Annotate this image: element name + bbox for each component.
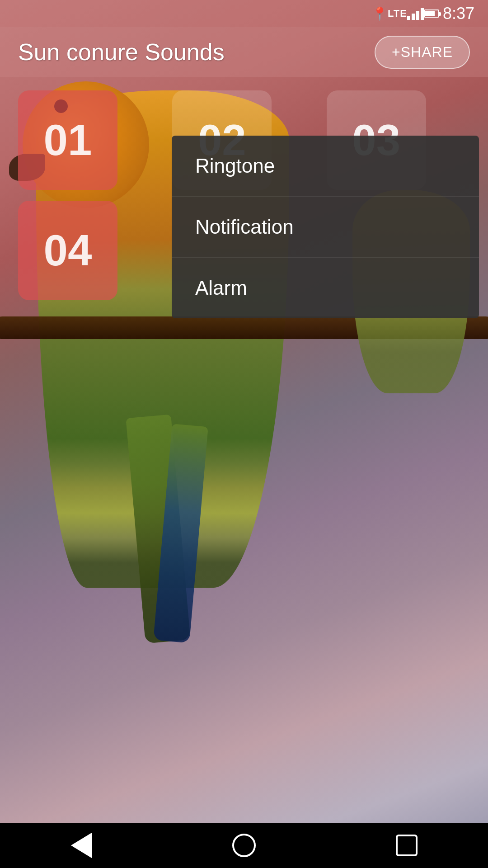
share-button[interactable]: +SHARE	[375, 36, 470, 69]
recents-icon	[396, 835, 418, 856]
signal-strength-icon	[407, 7, 424, 20]
status-bar: 📍 LTE 8:37	[0, 0, 488, 27]
recents-button[interactable]	[380, 827, 434, 863]
dropdown-item-ringtone[interactable]: Ringtone	[172, 136, 479, 197]
dropdown-item-alarm[interactable]: Alarm	[172, 258, 479, 318]
dropdown-menu: Ringtone Notification Alarm	[172, 136, 479, 318]
lte-badge: LTE	[388, 8, 407, 19]
nav-bar	[0, 823, 488, 868]
sound-button-04[interactable]: 04	[18, 201, 117, 300]
sound-number-01: 01	[44, 115, 92, 165]
top-bar: Sun conure Sounds +SHARE	[0, 27, 488, 77]
app-title: Sun conure Sounds	[18, 38, 225, 66]
home-button[interactable]	[217, 827, 271, 863]
sound-button-01[interactable]: 01	[18, 90, 117, 190]
back-icon	[71, 833, 92, 858]
home-icon	[232, 834, 256, 857]
location-icon: 📍	[372, 6, 388, 21]
back-button[interactable]	[54, 827, 108, 863]
battery-icon	[424, 9, 439, 18]
status-time: 8:37	[443, 4, 474, 23]
sound-number-04: 04	[44, 226, 92, 275]
dropdown-item-notification[interactable]: Notification	[172, 197, 479, 258]
